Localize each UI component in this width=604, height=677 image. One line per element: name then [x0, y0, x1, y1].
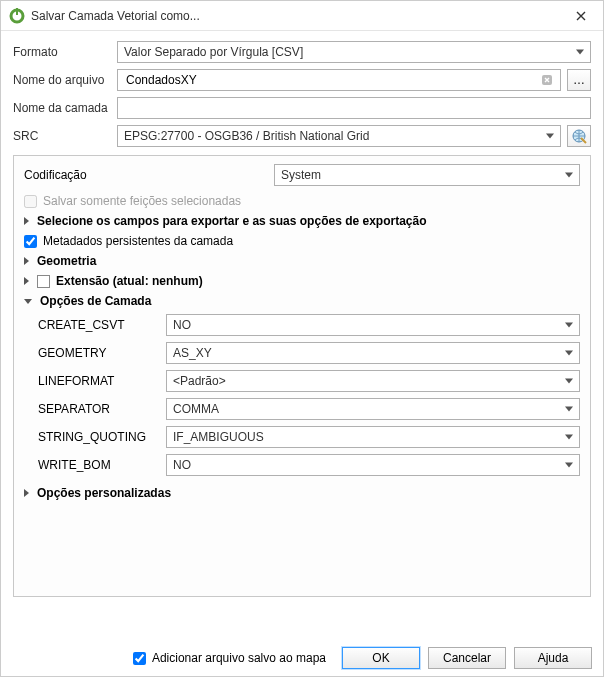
create-csvt-combo[interactable]: NO — [166, 314, 580, 336]
encoding-value: System — [281, 168, 321, 182]
expand-icon[interactable] — [24, 257, 29, 265]
format-label: Formato — [13, 45, 111, 59]
selected-only-checkbox — [24, 195, 37, 208]
separator-combo[interactable]: COMMA — [166, 398, 580, 420]
layer-options-section[interactable]: Opções de Camada — [40, 294, 151, 308]
expand-icon[interactable] — [24, 217, 29, 225]
chevron-down-icon — [576, 50, 584, 55]
chevron-down-icon — [546, 134, 554, 139]
chevron-down-icon — [565, 351, 573, 356]
persistent-meta-checkbox[interactable] — [24, 235, 37, 248]
close-icon[interactable] — [567, 6, 595, 26]
create-csvt-value: NO — [173, 318, 191, 332]
titlebar: Salvar Camada Vetorial como... — [1, 1, 603, 31]
string-quoting-label: STRING_QUOTING — [38, 430, 160, 444]
crs-value: EPSG:27700 - OSGB36 / British National G… — [124, 129, 369, 143]
persistent-meta-row: Metadados persistentes da camada — [24, 234, 580, 248]
chevron-down-icon — [565, 173, 573, 178]
layername-input-wrap — [117, 97, 591, 119]
write-bom-label: WRITE_BOM — [38, 458, 160, 472]
encoding-combo[interactable]: System — [274, 164, 580, 186]
crs-combo[interactable]: EPSG:27700 - OSGB36 / British National G… — [117, 125, 561, 147]
geometry-opt-combo[interactable]: AS_XY — [166, 342, 580, 364]
write-bom-combo[interactable]: NO — [166, 454, 580, 476]
filename-label: Nome do arquivo — [13, 73, 111, 87]
expand-icon[interactable] — [24, 489, 29, 497]
custom-options-section[interactable]: Opções personalizadas — [37, 486, 171, 500]
geometry-section[interactable]: Geometria — [37, 254, 96, 268]
window-title: Salvar Camada Vetorial como... — [31, 9, 567, 23]
ok-button[interactable]: OK — [342, 647, 420, 669]
help-button[interactable]: Ajuda — [514, 647, 592, 669]
geometry-opt-value: AS_XY — [173, 346, 212, 360]
layername-label: Nome da camada — [13, 101, 111, 115]
lineformat-label: LINEFORMAT — [38, 374, 160, 388]
filename-input[interactable] — [124, 72, 537, 88]
browse-button[interactable]: … — [567, 69, 591, 91]
selected-only-row: Salvar somente feições selecionadas — [24, 194, 580, 208]
string-quoting-combo[interactable]: IF_AMBIGUOUS — [166, 426, 580, 448]
collapse-icon[interactable] — [24, 299, 32, 304]
chevron-down-icon — [565, 435, 573, 440]
string-quoting-value: IF_AMBIGUOUS — [173, 430, 264, 444]
crs-picker-button[interactable] — [567, 125, 591, 147]
format-value: Valor Separado por Vírgula [CSV] — [124, 45, 303, 59]
separator-label: SEPARATOR — [38, 402, 160, 416]
chevron-down-icon — [565, 463, 573, 468]
globe-icon — [571, 128, 587, 144]
create-csvt-label: CREATE_CSVT — [38, 318, 160, 332]
add-to-map-label: Adicionar arquivo salvo ao mapa — [152, 651, 326, 665]
add-to-map-checkbox[interactable] — [133, 652, 146, 665]
filename-input-wrap — [117, 69, 561, 91]
selected-only-label: Salvar somente feições selecionadas — [43, 194, 241, 208]
app-icon — [9, 8, 25, 24]
fields-export-section[interactable]: Selecione os campos para exportar e as s… — [37, 214, 427, 228]
clear-icon[interactable] — [541, 73, 554, 87]
separator-value: COMMA — [173, 402, 219, 416]
extent-section[interactable]: Extensão (atual: nenhum) — [56, 274, 203, 288]
write-bom-value: NO — [173, 458, 191, 472]
crs-label: SRC — [13, 129, 111, 143]
persistent-meta-label: Metadados persistentes da camada — [43, 234, 233, 248]
extent-checkbox[interactable] — [37, 275, 50, 288]
options-panel: Codificação System Salvar somente feiçõe… — [13, 155, 591, 597]
encoding-label: Codificação — [24, 168, 274, 182]
dialog-footer: Adicionar arquivo salvo ao mapa OK Cance… — [133, 647, 592, 669]
ellipsis-icon: … — [573, 73, 585, 87]
lineformat-value: <Padrão> — [173, 374, 226, 388]
chevron-down-icon — [565, 379, 573, 384]
chevron-down-icon — [565, 323, 573, 328]
expand-icon[interactable] — [24, 277, 29, 285]
lineformat-combo[interactable]: <Padrão> — [166, 370, 580, 392]
layer-options-group: CREATE_CSVT NO GEOMETRY AS_XY LINEFORMAT… — [38, 314, 580, 476]
layername-input[interactable] — [124, 100, 584, 116]
geometry-opt-label: GEOMETRY — [38, 346, 160, 360]
cancel-button[interactable]: Cancelar — [428, 647, 506, 669]
format-combo[interactable]: Valor Separado por Vírgula [CSV] — [117, 41, 591, 63]
dialog-content: Formato Valor Separado por Vírgula [CSV]… — [1, 31, 603, 597]
chevron-down-icon — [565, 407, 573, 412]
svg-rect-1 — [16, 8, 18, 15]
